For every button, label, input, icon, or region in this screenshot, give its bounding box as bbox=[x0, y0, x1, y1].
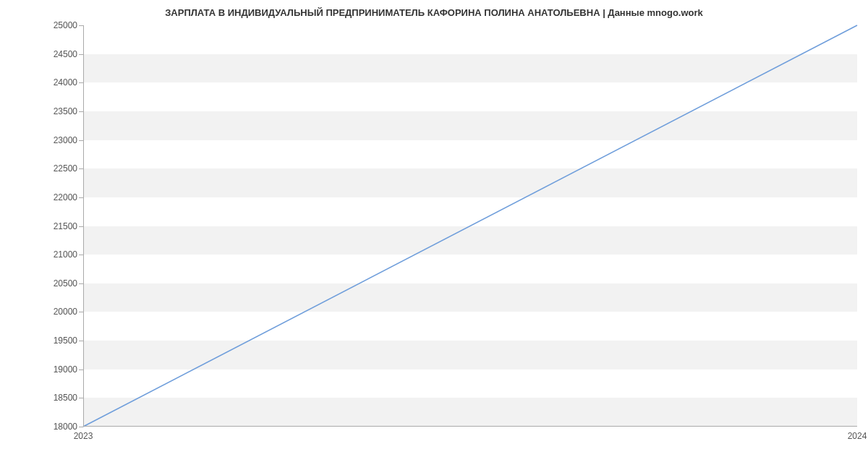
y-tick bbox=[79, 398, 83, 398]
y-tick-label: 18500 bbox=[34, 393, 77, 403]
y-tick bbox=[79, 111, 83, 112]
y-tick-label: 24500 bbox=[34, 49, 77, 59]
y-tick bbox=[79, 226, 83, 227]
x-axis bbox=[83, 426, 857, 427]
y-tick-label: 24000 bbox=[34, 77, 77, 87]
y-tick-label: 21000 bbox=[34, 249, 77, 260]
y-tick-label: 23500 bbox=[34, 106, 77, 116]
y-tick bbox=[79, 312, 83, 312]
y-tick bbox=[79, 283, 83, 284]
y-tick bbox=[79, 54, 83, 55]
x-tick-label: 2024 bbox=[843, 431, 868, 441]
y-tick bbox=[79, 25, 83, 26]
y-tick-label: 21500 bbox=[34, 221, 77, 231]
x-tick-label: 2023 bbox=[69, 431, 98, 441]
y-tick-label: 19000 bbox=[34, 364, 77, 375]
y-tick-label: 20000 bbox=[34, 307, 77, 317]
y-tick-label: 22500 bbox=[34, 163, 77, 174]
y-tick bbox=[79, 341, 83, 341]
y-tick bbox=[79, 82, 83, 83]
y-tick-label: 25000 bbox=[34, 20, 77, 30]
line-series bbox=[83, 25, 857, 427]
chart-plot-area bbox=[83, 25, 857, 427]
y-tick-label: 19500 bbox=[34, 336, 77, 346]
y-tick-label: 23000 bbox=[34, 135, 77, 145]
y-tick-label: 20500 bbox=[34, 278, 77, 289]
y-tick bbox=[79, 255, 83, 255]
chart-title: ЗАРПЛАТА В ИНДИВИДУАЛЬНЫЙ ПРЕДПРИНИМАТЕЛ… bbox=[0, 0, 868, 24]
y-tick-label: 18000 bbox=[34, 422, 77, 432]
y-axis bbox=[83, 25, 84, 427]
y-tick-label: 22000 bbox=[34, 192, 77, 202]
y-tick bbox=[79, 168, 83, 169]
y-tick bbox=[79, 369, 83, 370]
y-tick bbox=[79, 140, 83, 141]
y-tick bbox=[79, 427, 83, 427]
y-tick bbox=[79, 197, 83, 198]
